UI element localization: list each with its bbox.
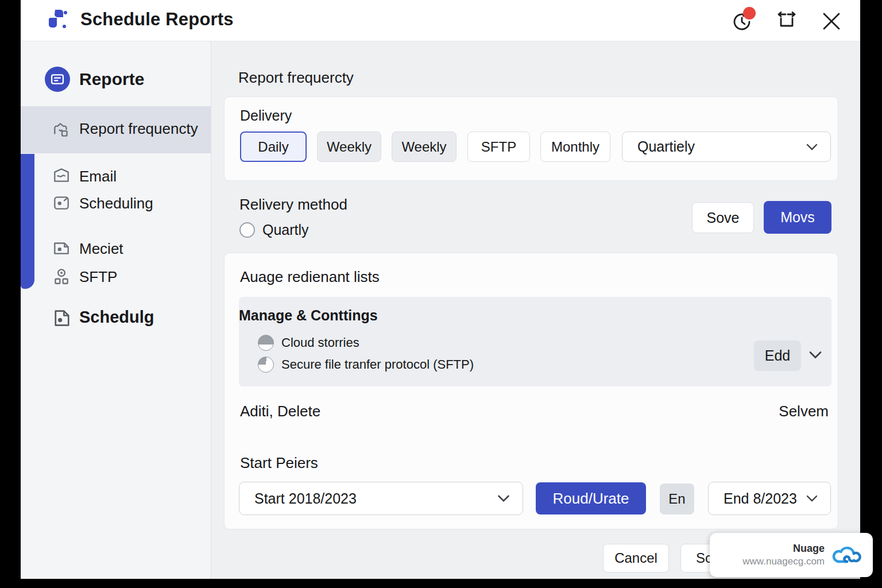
delivery-option-weekly-2[interactable]: Weekly [392, 131, 457, 162]
watermark-url: www.nuagecg.com [742, 556, 825, 567]
scheduling-icon [52, 193, 71, 212]
history-icon[interactable] [730, 10, 753, 33]
update-button[interactable]: Roud/Urate [536, 482, 646, 514]
end-date-value: End 8/2023 [709, 490, 797, 507]
main-panel: Report frequercty Delivery Daily Weekly … [211, 41, 860, 579]
sftp-option[interactable]: Secure file tranfer protocol (SFTP) [258, 357, 474, 373]
delivery-label: Delivery [240, 107, 292, 124]
watermark-card: Nuage www.nuagecg.com [710, 533, 873, 577]
en-button[interactable]: En [660, 483, 694, 514]
save-button[interactable]: Sove [692, 202, 754, 233]
recipients-title: Auage redienant lists [240, 268, 380, 286]
delivery-option-sftp[interactable]: SFTP [467, 131, 530, 162]
chevron-down-icon[interactable] [807, 350, 823, 360]
sidebar-item-sftp[interactable]: SFTP [21, 264, 211, 291]
radio-partial-icon [258, 335, 274, 351]
option-label: Secure file tranfer protocol (SFTP) [281, 357, 474, 372]
sidebar-item-meciet[interactable]: Meciet [21, 236, 211, 262]
start-date-dropdown[interactable]: Start 2018/2023 [239, 482, 523, 515]
cancel-button[interactable]: Cancel [603, 544, 669, 572]
delivery-method-title: Relivery method [239, 196, 347, 214]
sidebar-item-email[interactable]: Email [21, 164, 211, 190]
sidebar-item-report-frequency[interactable]: Report frequencty [21, 106, 211, 153]
close-icon[interactable] [820, 10, 843, 33]
quartly-radio[interactable]: Quartly [239, 222, 309, 238]
watermark-name: Nuage [742, 543, 825, 555]
app-logo-icon [45, 8, 70, 33]
delivery-option-daily[interactable]: Daily [240, 131, 307, 162]
sidebar-item-label: SFTP [79, 268, 117, 286]
start-date-value: Start 2018/2023 [239, 490, 357, 507]
report-frequency-icon [52, 120, 71, 140]
option-label: Cloud storries [281, 335, 359, 350]
sidebar-item-label: Report frequencty [79, 120, 198, 138]
page-title: Report frequercty [238, 69, 354, 87]
sidebar-item-label: Scheduling [79, 195, 153, 212]
manage-settings-card: Manage & Conttings Cloud storries Secure… [239, 297, 831, 386]
delivery-option-weekly-1[interactable]: Weekly [317, 131, 381, 162]
title-bar: Schedule Reports [21, 0, 860, 41]
email-icon [52, 166, 71, 185]
edit-button[interactable]: Edd [754, 341, 801, 371]
schedule-icon [52, 308, 72, 328]
select-text[interactable]: Selvem [779, 403, 829, 420]
swap-icon[interactable] [775, 10, 798, 33]
chevron-down-icon [805, 494, 819, 503]
watermark-text: Nuage www.nuagecg.com [742, 543, 825, 567]
cloud-logo-icon [831, 543, 864, 568]
end-date-dropdown[interactable]: End 8/2023 [708, 482, 831, 515]
meciet-icon [52, 238, 71, 258]
cloud-storage-option[interactable]: Cloud storries [258, 335, 359, 351]
sidebar-item-schedule[interactable]: Schedulg [21, 305, 211, 332]
radio-circle [239, 222, 255, 238]
radio-label: Quartly [262, 222, 309, 238]
delivery-option-monthly[interactable]: Monthly [540, 131, 610, 162]
move-button[interactable]: Movs [764, 201, 831, 234]
sidebar-item-label: Meciet [79, 240, 123, 258]
chevron-down-icon [496, 494, 511, 504]
sidebar-header-label: Reporte [79, 69, 144, 89]
sidebar-item-scheduling[interactable]: Scheduling [21, 191, 211, 217]
sidebar-item-label: Schedulg [79, 308, 154, 327]
window-title: Schedule Reports [80, 9, 234, 30]
sftp-icon [52, 266, 71, 286]
sidebar-item-label: Email [79, 168, 117, 185]
frequency-dropdown-value: Quartiely [622, 138, 695, 155]
dialog-window: Schedule Reports [21, 0, 860, 579]
notification-dot [743, 7, 756, 20]
period-title: Start Peiers [240, 454, 318, 472]
radio-partial-icon [258, 357, 274, 373]
sidebar: Reporte Report frequencty Email [21, 41, 211, 579]
chevron-down-icon [805, 142, 819, 152]
edit-delete-text[interactable]: Aditi, Delete [240, 403, 320, 420]
manage-settings-title: Manage & Conttings [239, 307, 378, 324]
reports-icon [45, 67, 70, 92]
recipients-card: Auage redienant lists Manage & Conttings… [224, 253, 838, 529]
sidebar-header: Reporte [21, 67, 211, 92]
delivery-card: Delivery Daily Weekly Weekly SFTP Monthl… [224, 96, 838, 181]
frequency-dropdown[interactable]: Quartiely [622, 131, 831, 162]
